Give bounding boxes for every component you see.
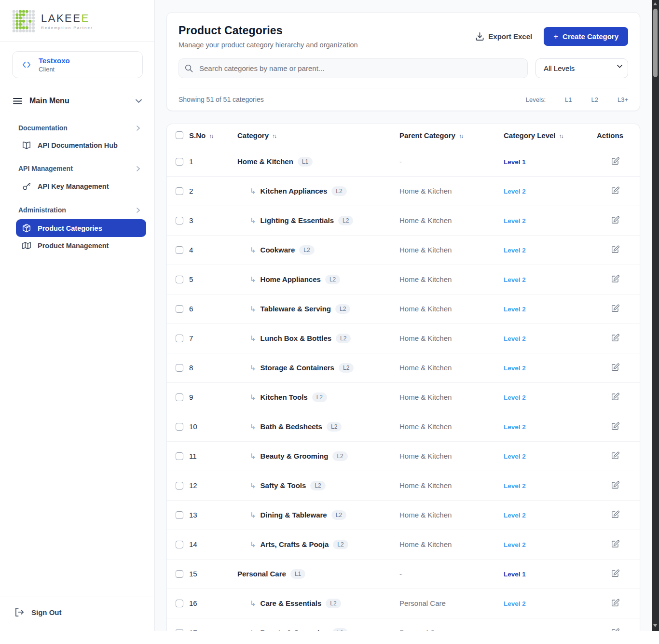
- row-checkbox[interactable]: [176, 393, 183, 401]
- edit-row-button[interactable]: [609, 155, 621, 168]
- edit-icon: [611, 334, 619, 342]
- legend-l2: L2: [591, 96, 598, 103]
- column-header-level[interactable]: Category Level↑↓: [504, 124, 597, 147]
- row-checkbox[interactable]: [176, 452, 183, 460]
- edit-row-button[interactable]: [609, 273, 621, 286]
- sidebar-item-product-categories[interactable]: Product Categories: [16, 219, 146, 237]
- subcategory-arrow-icon: ↳: [250, 452, 256, 461]
- category-cell: ↳Home AppliancesL2: [237, 275, 399, 284]
- category-level: Level 2: [504, 335, 526, 342]
- sidebar-item-api-key-management[interactable]: API Key Management: [16, 178, 146, 195]
- sidebar-item-api-documentation-hub[interactable]: API Documentation Hub: [16, 137, 146, 154]
- row-checkbox[interactable]: [176, 423, 183, 431]
- level-filter-select[interactable]: All Levels: [535, 58, 628, 78]
- row-sno: 5: [189, 265, 237, 294]
- client-card[interactable]: Testxoxo Client: [12, 51, 143, 78]
- edit-row-button[interactable]: [609, 479, 621, 492]
- main-menu-toggle[interactable]: Main Menu: [0, 97, 154, 105]
- legend-l1: L1: [565, 96, 572, 103]
- edit-row-button[interactable]: [609, 184, 621, 198]
- subcategory-arrow-icon: ↳: [250, 334, 256, 343]
- subcategory-arrow-icon: ↳: [250, 511, 256, 519]
- row-checkbox[interactable]: [176, 158, 183, 166]
- parent-category: Personal Care: [399, 618, 504, 631]
- edit-row-button[interactable]: [609, 597, 621, 610]
- page-scrollbar[interactable]: [652, 0, 659, 631]
- row-checkbox[interactable]: [176, 276, 183, 283]
- level-badge: L2: [333, 540, 348, 549]
- column-header-parent[interactable]: Parent Category↑↓: [399, 124, 504, 147]
- main-menu-label: Main Menu: [29, 97, 69, 105]
- row-sno: 3: [189, 206, 237, 235]
- category-level: Level 2: [504, 541, 526, 548]
- scrollbar-up-arrow[interactable]: [653, 2, 657, 5]
- row-checkbox[interactable]: [176, 217, 183, 224]
- row-checkbox[interactable]: [176, 482, 183, 490]
- category-cell: ↳Bath & BedsheetsL2: [237, 422, 399, 432]
- edit-row-button[interactable]: [609, 626, 621, 631]
- edit-row-button[interactable]: [609, 420, 621, 434]
- sign-out-button[interactable]: Sign Out: [0, 597, 154, 631]
- sidebar-nav: Documentation API Documentation Hub API …: [0, 113, 154, 254]
- row-checkbox[interactable]: [176, 335, 183, 342]
- search-input[interactable]: [178, 58, 528, 78]
- category-level: Level 2: [504, 453, 526, 460]
- row-checkbox[interactable]: [176, 629, 183, 631]
- scrollbar-down-arrow[interactable]: [653, 624, 657, 627]
- subcategory-arrow-icon: ↳: [250, 540, 256, 549]
- sidebar-item-product-management[interactable]: Product Management: [16, 237, 146, 254]
- showing-count-text: Showing 51 of 51 categories: [178, 96, 264, 103]
- categories-table: S.No↑↓ Category↑↓ Parent Category↑↓ Cate…: [167, 124, 640, 631]
- table-row: 16↳Care & EssentialsL2Personal CareLevel…: [167, 588, 640, 618]
- row-checkbox[interactable]: [176, 541, 183, 548]
- row-checkbox[interactable]: [176, 364, 183, 372]
- hamburger-icon: [13, 98, 22, 105]
- brand-logo: LAKEEE Redemption Partner: [0, 0, 154, 42]
- edit-row-button[interactable]: [609, 243, 621, 257]
- category-level: Level 2: [504, 482, 526, 490]
- row-checkbox[interactable]: [176, 305, 183, 313]
- level-badge: L2: [310, 481, 325, 490]
- export-excel-button[interactable]: Export Excel: [471, 28, 537, 44]
- row-checkbox[interactable]: [176, 511, 183, 519]
- subcategory-arrow-icon: ↳: [250, 305, 256, 313]
- row-checkbox[interactable]: [176, 187, 183, 195]
- section-header-documentation[interactable]: Documentation: [0, 120, 154, 136]
- app-viewport: LAKEEE Redemption Partner Testxoxo Clien…: [0, 0, 659, 631]
- edit-row-button[interactable]: [609, 332, 621, 345]
- section-header-administration[interactable]: Administration: [0, 202, 154, 218]
- edit-row-button[interactable]: [609, 449, 621, 463]
- row-checkbox[interactable]: [176, 246, 183, 254]
- row-sno: 6: [189, 294, 237, 323]
- scrollbar-thumb[interactable]: [653, 9, 658, 77]
- category-name: Safty & Tools: [261, 481, 306, 490]
- subcategory-arrow-icon: ↳: [250, 393, 256, 402]
- parent-category: Home & Kitchen: [399, 530, 504, 559]
- column-header-category[interactable]: Category↑↓: [237, 124, 399, 147]
- section-header-api-management[interactable]: API Management: [0, 160, 154, 177]
- edit-row-button[interactable]: [609, 538, 621, 551]
- column-header-sno[interactable]: S.No↑↓: [189, 124, 237, 147]
- edit-icon: [611, 157, 619, 165]
- row-checkbox[interactable]: [176, 570, 183, 578]
- edit-row-button[interactable]: [609, 361, 621, 375]
- subcategory-arrow-icon: ↳: [250, 481, 256, 490]
- edit-row-button[interactable]: [609, 391, 621, 404]
- edit-row-button[interactable]: [609, 508, 621, 522]
- category-level: Level 2: [504, 600, 526, 607]
- row-checkbox[interactable]: [176, 600, 183, 607]
- row-sno: 10: [189, 412, 237, 441]
- row-sno: 9: [189, 382, 237, 412]
- subcategory-arrow-icon: ↳: [250, 599, 256, 608]
- levels-legend: Levels: L1 L2 L3+: [526, 96, 628, 103]
- create-category-button[interactable]: + Create Category: [544, 27, 628, 46]
- legend-l3: L3+: [618, 96, 628, 103]
- edit-row-button[interactable]: [609, 214, 621, 227]
- category-name: Care & Essentials: [261, 599, 322, 607]
- category-name: Beauty & Grooming: [261, 629, 329, 631]
- edit-row-button[interactable]: [609, 567, 621, 581]
- parent-category: Home & Kitchen: [399, 382, 504, 412]
- category-cell: ↳Lunch Box & BottlesL2: [237, 334, 399, 343]
- select-all-checkbox[interactable]: [176, 131, 183, 139]
- edit-row-button[interactable]: [609, 302, 621, 316]
